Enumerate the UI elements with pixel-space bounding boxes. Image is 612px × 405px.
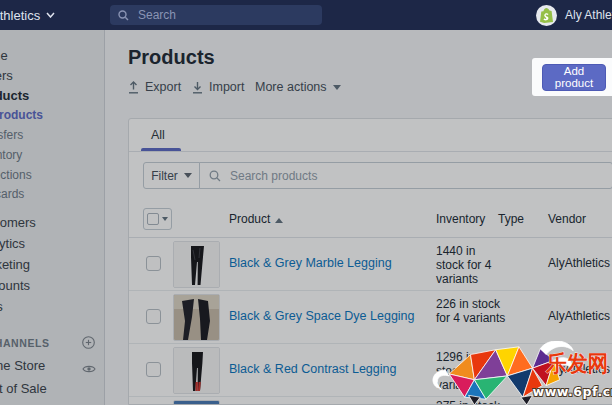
- export-button[interactable]: Export: [128, 80, 181, 94]
- import-icon: [192, 81, 203, 94]
- table-row: 375 in stock for 4 variants: [129, 397, 612, 405]
- sidebar-item-home[interactable]: Home: [0, 48, 104, 63]
- sidebar-item-orders[interactable]: Orders: [0, 68, 104, 83]
- product-link[interactable]: Black & Grey Marble Legging: [229, 256, 392, 270]
- row-checkbox[interactable]: [146, 309, 161, 324]
- page-title: Products: [128, 46, 215, 69]
- add-product-button[interactable]: Add product: [542, 64, 606, 91]
- filter-button[interactable]: Filter: [143, 162, 200, 189]
- shopify-bag-icon: [540, 8, 553, 23]
- column-header-type: Type: [498, 212, 524, 226]
- table-row: Black & Grey Space Dye Legging 226 in st…: [129, 291, 612, 344]
- vendor-cell: AlyAthletics: [548, 309, 610, 323]
- select-all-button[interactable]: [143, 208, 172, 230]
- product-thumbnail: [173, 347, 220, 394]
- inventory-cell: 1440 in stock for 4 variants: [436, 244, 506, 286]
- online-store-eye-icon[interactable]: [82, 360, 96, 378]
- inventory-cell: 1296 in stock for 4 variants: [436, 350, 506, 392]
- store-name: AlyAthletics: [0, 8, 40, 23]
- product-thumbnail: [173, 400, 220, 405]
- tabs-row: All: [129, 119, 612, 152]
- tab-all-underline: [141, 148, 181, 151]
- sort-ascending-icon: [275, 218, 283, 223]
- sidebar-item-products[interactable]: Products: [0, 88, 104, 103]
- store-switcher[interactable]: AlyAthletics: [0, 0, 55, 30]
- tab-all[interactable]: All: [151, 128, 165, 142]
- import-button[interactable]: Import: [192, 80, 244, 94]
- chevron-down-icon: [333, 85, 341, 90]
- plus-circle-icon: [82, 336, 95, 349]
- inventory-cell: 375 in stock for 4 variants: [436, 399, 506, 405]
- product-thumbnail: [173, 241, 220, 288]
- sidebar-item-gift-cards[interactable]: Gift cards: [0, 187, 104, 201]
- more-actions-label: More actions: [255, 80, 327, 94]
- sidebar-item-collections[interactable]: Collections: [0, 168, 104, 182]
- products-card: All Filter Product Inventory Type Vendor: [128, 118, 612, 405]
- topbar: AlyAthletics Aly Athletics: [0, 0, 612, 30]
- export-icon: [128, 81, 139, 94]
- sidebar-item-apps[interactable]: Apps: [0, 299, 104, 314]
- sidebar-item-point-of-sale[interactable]: Point of Sale: [0, 381, 104, 396]
- table-row: Black & Red Contrast Legging 1296 in sto…: [129, 344, 612, 397]
- column-header-vendor: Vendor: [548, 212, 586, 226]
- sidebar: Home Orders Products All products Transf…: [0, 30, 105, 405]
- column-header-inventory: Inventory: [436, 212, 485, 226]
- export-label: Export: [145, 80, 181, 94]
- import-label: Import: [209, 80, 244, 94]
- topbar-search[interactable]: [110, 5, 322, 25]
- table-header: Product Inventory Type Vendor: [129, 199, 612, 238]
- inventory-cell: 226 in stock for 4 variants: [436, 297, 506, 325]
- product-link[interactable]: Black & Grey Space Dye Legging: [229, 309, 415, 323]
- row-checkbox[interactable]: [146, 362, 161, 377]
- topbar-search-input[interactable]: [136, 7, 314, 23]
- more-actions-button[interactable]: More actions: [255, 80, 341, 94]
- user-menu[interactable]: Aly Athletics: [536, 0, 612, 30]
- product-search[interactable]: [199, 162, 612, 189]
- chevron-down-icon: [46, 12, 55, 18]
- sidebar-item-inventory[interactable]: Inventory: [0, 148, 104, 162]
- product-search-input[interactable]: [228, 168, 612, 184]
- filter-row: Filter: [129, 152, 612, 199]
- product-link[interactable]: Black & Red Contrast Legging: [229, 362, 396, 376]
- sidebar-item-marketing[interactable]: Marketing: [0, 257, 104, 272]
- product-thumbnail: [173, 294, 220, 341]
- vendor-cell: AlyAthletics: [548, 256, 610, 270]
- avatar: [536, 5, 557, 26]
- user-name: Aly Athletics: [565, 8, 612, 22]
- chevron-down-icon: [162, 217, 168, 221]
- search-icon: [118, 10, 129, 21]
- sidebar-item-discounts[interactable]: Discounts: [0, 278, 104, 293]
- table-row: Black & Grey Marble Legging 1440 in stoc…: [129, 238, 612, 291]
- add-product-highlight: Add product: [532, 58, 612, 96]
- vendor-cell: AlyAthletics: [548, 362, 610, 376]
- sidebar-item-analytics[interactable]: Analytics: [0, 236, 104, 251]
- sidebar-item-all-products[interactable]: All products: [0, 108, 104, 122]
- eye-icon: [82, 364, 96, 374]
- row-checkbox[interactable]: [146, 256, 161, 271]
- chevron-down-icon: [184, 173, 192, 178]
- sidebar-item-customers[interactable]: Customers: [0, 215, 104, 230]
- search-icon: [209, 170, 221, 182]
- add-channel-button[interactable]: [82, 335, 95, 353]
- sidebar-item-transfers[interactable]: Transfers: [0, 128, 104, 142]
- select-all-checkbox: [147, 213, 159, 225]
- filter-label: Filter: [151, 169, 178, 183]
- shopify-admin-products-page: AlyAthletics Aly Athletics Home Orders P…: [0, 0, 612, 405]
- column-header-product[interactable]: Product: [229, 212, 283, 226]
